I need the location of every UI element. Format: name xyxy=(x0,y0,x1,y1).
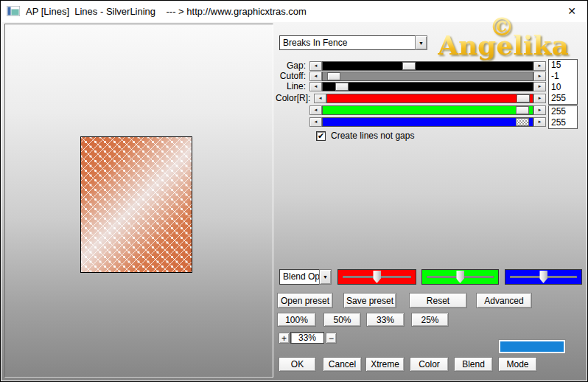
xtreme-button[interactable]: Xtreme xyxy=(365,357,405,372)
save-preset-button[interactable]: Save preset xyxy=(343,293,396,308)
ok-button[interactable]: OK xyxy=(279,357,316,372)
progress-bar-fill xyxy=(500,341,564,352)
arrow-right-icon[interactable]: ► xyxy=(533,82,546,91)
arrow-left-icon[interactable]: ◄ xyxy=(309,117,322,127)
create-lines-checkbox-row: ✔ Create lines not gaps xyxy=(316,131,414,141)
blend-button[interactable]: Blend xyxy=(454,357,493,372)
line-slider-track[interactable] xyxy=(322,82,533,91)
preview-panel xyxy=(4,24,273,378)
cutoff-slider-track[interactable] xyxy=(322,72,533,81)
arrow-right-icon[interactable]: ► xyxy=(533,105,546,115)
zoom-25-button[interactable]: 25% xyxy=(411,313,449,327)
red-trackbar-thumb[interactable] xyxy=(373,271,381,283)
plugin-dialog-window: AP [Lines] Lines - SilverLining --- > ht… xyxy=(0,0,588,382)
color-button[interactable]: Color xyxy=(410,357,449,372)
app-window-icon xyxy=(7,6,20,16)
slider-values-box: 15 -1 10 255 xyxy=(548,59,578,105)
arrow-left-icon[interactable]: ◄ xyxy=(309,72,322,81)
line-label: Line: xyxy=(276,82,309,91)
color-red-slider-track[interactable] xyxy=(326,94,533,103)
zoom-decrease-button[interactable]: − xyxy=(326,333,337,344)
color-green-slider-track[interactable] xyxy=(322,105,533,115)
color-red-slider-row: Color[R]: ◄ ► xyxy=(276,94,546,103)
cutoff-slider-row: Cutoff: ◄ ► xyxy=(276,72,546,81)
create-lines-checkbox[interactable]: ✔ xyxy=(316,131,326,141)
zoom-33-button[interactable]: 33% xyxy=(366,313,405,327)
arrow-right-icon[interactable]: ► xyxy=(533,94,546,103)
zoom-level-field[interactable]: 33% xyxy=(290,332,324,344)
zoom-50-button[interactable]: 50% xyxy=(323,313,361,327)
chevron-down-icon[interactable]: ▼ xyxy=(319,269,332,285)
cutoff-label: Cutoff: xyxy=(276,72,309,81)
line-slider-thumb[interactable] xyxy=(335,83,349,91)
window-title: AP [Lines] Lines - SilverLining --- > ht… xyxy=(26,6,307,17)
arrow-left-icon[interactable]: ◄ xyxy=(309,105,322,115)
gap-label: Gap: xyxy=(276,61,309,71)
blend-options-value: Blend Opti xyxy=(279,269,319,285)
line-value: 10 xyxy=(549,82,577,93)
color-blue-slider-row: ◄ ► xyxy=(276,117,546,127)
color-green-label xyxy=(276,105,309,115)
open-preset-button[interactable]: Open preset xyxy=(277,293,333,308)
cutoff-value: -1 xyxy=(549,71,577,82)
progress-bar xyxy=(498,339,566,354)
arrow-left-icon[interactable]: ◄ xyxy=(309,61,322,71)
zoom-increase-button[interactable]: + xyxy=(279,333,290,344)
arrow-right-icon[interactable]: ► xyxy=(533,72,546,81)
mode-button[interactable]: Mode xyxy=(498,357,537,372)
color-blue-slider-thumb[interactable] xyxy=(516,118,529,126)
blue-blend-trackbar[interactable] xyxy=(505,269,582,285)
angelika-logo: © Angelika xyxy=(435,18,586,63)
gap-slider-thumb[interactable] xyxy=(402,62,416,70)
color-blue-slider-track[interactable] xyxy=(322,117,533,127)
effect-preset-dropdown[interactable]: Breaks In Fence ▼ xyxy=(279,35,427,50)
zoom-100-button[interactable]: 100% xyxy=(277,313,316,327)
color-blue-value: 255 xyxy=(549,117,577,128)
green-blend-trackbar[interactable] xyxy=(421,269,499,285)
color-red-slider-thumb[interactable] xyxy=(517,94,530,103)
create-lines-checkbox-label: Create lines not gaps xyxy=(331,131,414,141)
dialog-client-area: © Angelika Breaks In Fence ▼ Gap: ◄ ► Cu… xyxy=(1,22,587,381)
reset-button[interactable]: Reset xyxy=(409,293,467,308)
cancel-button[interactable]: Cancel xyxy=(323,357,362,372)
chevron-down-icon[interactable]: ▼ xyxy=(415,35,427,50)
green-trackbar-thumb[interactable] xyxy=(456,271,464,283)
color-blue-label xyxy=(276,117,309,127)
arrow-left-icon[interactable]: ◄ xyxy=(309,82,322,91)
blue-trackbar-thumb[interactable] xyxy=(539,271,547,283)
arrow-right-icon[interactable]: ► xyxy=(533,117,546,127)
logo-text: Angelika xyxy=(438,29,569,60)
color-green-slider-row: ◄ ► xyxy=(276,105,546,115)
color-red-value: 255 xyxy=(549,93,577,104)
color-red-label: Color[R]: xyxy=(276,94,314,103)
red-blend-trackbar[interactable] xyxy=(337,269,416,285)
color-green-slider-thumb[interactable] xyxy=(516,106,529,114)
preview-image xyxy=(80,136,192,273)
blend-options-dropdown[interactable]: Blend Opti ▼ xyxy=(279,269,332,285)
effect-preset-value: Breaks In Fence xyxy=(279,35,415,50)
close-icon[interactable]: ✕ xyxy=(564,4,580,18)
arrow-left-icon[interactable]: ◄ xyxy=(314,94,326,103)
cutoff-slider-thumb[interactable] xyxy=(327,72,340,80)
color-values-box: 255 255 xyxy=(548,105,578,129)
advanced-button[interactable]: Advanced xyxy=(476,293,532,308)
color-green-value: 255 xyxy=(549,106,577,117)
line-slider-row: Line: ◄ ► xyxy=(276,82,546,91)
